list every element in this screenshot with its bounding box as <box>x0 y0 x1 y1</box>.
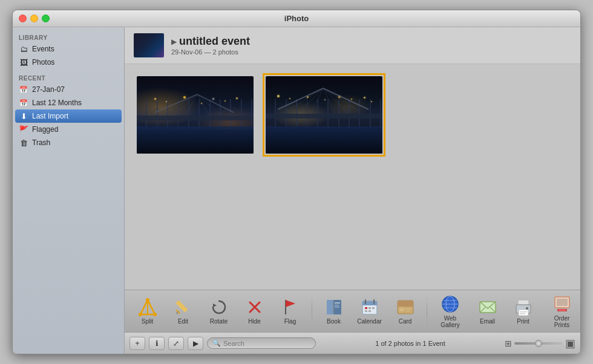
svg-rect-7 <box>137 115 254 120</box>
bridge-reflection-1 <box>137 126 254 154</box>
sidebar: LIBRARY 🗂 Events 🖼 Photos RECENT 📅 27-Ja… <box>13 27 125 354</box>
calendar-tool[interactable]: Calendar <box>353 295 386 327</box>
svg-rect-66 <box>519 310 528 316</box>
calendar-svg <box>360 297 379 317</box>
card-tool[interactable]: Card <box>388 295 422 327</box>
fullscreen-button[interactable]: ⤢ <box>168 337 184 350</box>
svg-rect-41 <box>335 307 339 308</box>
sidebar-item-photos[interactable]: 🖼 Photos <box>13 56 124 69</box>
flag-tool[interactable]: Flag <box>274 295 307 327</box>
svg-marker-35 <box>286 300 295 307</box>
sidebar-item-trash[interactable]: 🗑 Trash <box>13 136 124 149</box>
event-expand-icon: ▶ <box>171 37 177 46</box>
iphoto-window: iPhoto LIBRARY 🗂 Events 🖼 Photos RECENT … <box>12 10 581 354</box>
split-label: Split <box>142 318 153 325</box>
email-svg <box>478 297 497 317</box>
recent-section-label: RECENT <box>13 73 124 83</box>
svg-line-2 <box>161 94 197 115</box>
photos-grid <box>125 64 580 290</box>
svg-line-17 <box>323 88 347 112</box>
bridge-photo-1 <box>137 76 254 154</box>
photo-item-1[interactable] <box>137 76 254 154</box>
svg-rect-69 <box>520 313 525 314</box>
lastimport-icon: ⬇ <box>19 111 28 121</box>
event-thumb-image <box>134 33 164 57</box>
calendar-icon <box>360 297 379 317</box>
photo-canvas-1 <box>137 76 254 154</box>
library-section-label: LIBRARY <box>13 32 124 42</box>
book-svg <box>324 297 344 317</box>
svg-rect-44 <box>362 304 377 305</box>
rotate-label: Rotate <box>210 318 228 325</box>
search-input[interactable] <box>223 340 310 347</box>
svg-point-25 <box>146 298 149 302</box>
email-tool[interactable]: Email <box>471 295 504 327</box>
event-subtitle: 29-Nov-06 — 2 photos <box>171 48 250 56</box>
svg-line-3 <box>173 94 197 115</box>
split-svg <box>138 297 157 317</box>
svg-rect-36 <box>327 300 333 314</box>
photo-canvas-2 <box>266 76 382 154</box>
photo-item-2[interactable] <box>266 76 382 154</box>
trash-icon: 🗑 <box>19 138 28 148</box>
hide-tool[interactable]: Hide <box>238 295 271 327</box>
sidebar-item-27jan[interactable]: 📅 27-Jan-07 <box>13 83 124 96</box>
edit-tool[interactable]: Edit <box>166 295 200 327</box>
grid-view-icon[interactable]: ⊞ <box>505 339 512 348</box>
split-tool[interactable]: Split <box>131 295 164 327</box>
main-content: LIBRARY 🗂 Events 🖼 Photos RECENT 📅 27-Ja… <box>13 27 580 354</box>
book-label: Book <box>327 318 341 325</box>
order-prints-svg <box>552 294 572 314</box>
search-box[interactable]: 🔍 <box>207 337 316 349</box>
toolbar-sep-1 <box>312 296 312 327</box>
maximize-button[interactable] <box>42 15 50 22</box>
sidebar-item-last12months[interactable]: 📅 Last 12 Months <box>13 96 124 109</box>
svg-rect-40 <box>335 305 339 306</box>
sidebar-item-flagged-label: Flagged <box>32 125 58 134</box>
svg-line-14 <box>299 88 323 112</box>
split-icon <box>138 297 157 317</box>
close-button[interactable] <box>19 15 27 22</box>
email-label: Email <box>480 318 495 325</box>
flag-icon <box>281 297 300 317</box>
event-thumbnail[interactable] <box>134 33 164 57</box>
svg-rect-51 <box>369 310 371 312</box>
sidebar-item-events[interactable]: 🗂 Events <box>13 42 124 56</box>
zoom-slider[interactable] <box>514 342 563 345</box>
sidebar-item-lastimport-label: Last Import <box>32 112 68 120</box>
svg-rect-48 <box>369 307 371 309</box>
search-icon: 🔍 <box>212 339 221 347</box>
sidebar-item-27jan-label: 27-Jan-07 <box>32 85 65 94</box>
date-icon: 📅 <box>19 85 28 94</box>
svg-line-0 <box>155 94 197 112</box>
edit-icon <box>174 297 193 317</box>
svg-marker-31 <box>213 304 217 307</box>
sidebar-item-last12months-label: Last 12 Months <box>32 99 82 107</box>
sidebar-item-photos-label: Photos <box>32 58 54 67</box>
order-prints-tool[interactable]: Order Prints <box>542 292 580 331</box>
play-button[interactable]: ▶ <box>188 337 203 350</box>
status-text: 1 of 2 photos in 1 Event <box>319 340 501 347</box>
single-view-icon[interactable]: ▣ <box>565 337 575 350</box>
svg-line-12 <box>323 88 369 109</box>
sidebar-item-flagged[interactable]: 🚩 Flagged <box>13 123 124 136</box>
rotate-tool[interactable]: Rotate <box>202 295 235 327</box>
svg-rect-56 <box>405 308 411 310</box>
book-tool[interactable]: Book <box>317 295 350 327</box>
content-area: ▶ untitled event 29-Nov-06 — 2 photos <box>125 27 580 354</box>
sidebar-item-lastimport[interactable]: ⬇ Last Import <box>15 109 122 123</box>
events-icon: 🗂 <box>19 44 28 54</box>
svg-point-67 <box>526 307 528 310</box>
zoom-thumb[interactable] <box>535 340 542 347</box>
print-tool[interactable]: Print <box>506 295 540 327</box>
web-gallery-tool[interactable]: Web Gallery <box>432 292 468 331</box>
web-gallery-svg <box>441 294 460 314</box>
hide-label: Hide <box>248 318 261 325</box>
svg-rect-19 <box>266 114 382 119</box>
add-button[interactable]: + <box>129 337 145 350</box>
minimize-button[interactable] <box>30 15 38 22</box>
info-button[interactable]: ℹ <box>149 337 165 350</box>
traffic-lights <box>19 15 50 22</box>
order-prints-label: Order Prints <box>546 315 578 328</box>
svg-rect-39 <box>335 302 340 304</box>
